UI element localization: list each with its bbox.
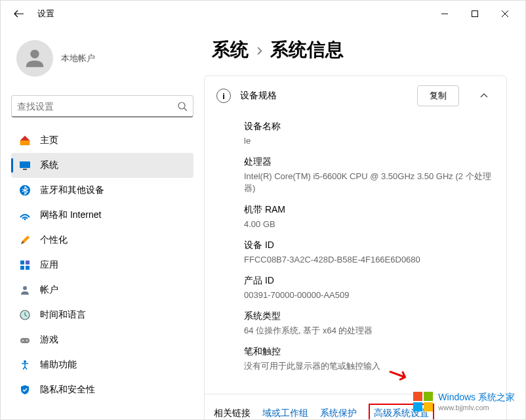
nav-list: 主页 系统 蓝牙和其他设备 网络和 Internet 个性化 xyxy=(11,128,193,402)
nav-label: 系统 xyxy=(40,159,58,171)
bluetooth-icon xyxy=(19,184,31,196)
nav-label: 蓝牙和其他设备 xyxy=(40,184,104,196)
nav-network[interactable]: 网络和 Internet xyxy=(11,203,193,228)
spec-row: 系统类型 64 位操作系统, 基于 x64 的处理器 xyxy=(244,310,495,337)
breadcrumb-current: 系统信息 xyxy=(270,37,344,62)
nav-games[interactable]: 游戏 xyxy=(11,327,193,352)
watermark: Windows 系统之家 www.bjjmlv.com xyxy=(413,392,515,411)
home-icon xyxy=(19,135,31,146)
spec-label: 机带 RAM xyxy=(244,204,495,216)
spec-row: 机带 RAM 4.00 GB xyxy=(244,204,495,230)
spec-value: FFCC08B7-3A2C-428D-B58E-4F166E6D0680 xyxy=(244,254,495,266)
nav-label: 游戏 xyxy=(40,334,58,346)
personalize-icon xyxy=(19,234,31,246)
account-type-label: 本地帐户 xyxy=(61,52,95,64)
spec-value: 64 位操作系统, 基于 x64 的处理器 xyxy=(244,325,495,337)
svg-rect-9 xyxy=(20,266,24,270)
svg-point-2 xyxy=(178,102,185,109)
minimize-button[interactable] xyxy=(430,3,460,24)
svg-rect-4 xyxy=(23,169,27,170)
spec-value: le xyxy=(244,135,495,147)
svg-rect-0 xyxy=(472,11,478,17)
spec-value: Intel(R) Core(TM) i5-6600K CPU @ 3.50GHz… xyxy=(244,171,495,194)
nav-label: 网络和 Internet xyxy=(40,209,101,221)
device-specs-card: i 设备规格 复制 设备名称 le 处理器 Intel(R) Core(T xyxy=(204,75,507,419)
svg-rect-7 xyxy=(20,261,24,264)
account-icon xyxy=(19,284,31,296)
maximize-button[interactable] xyxy=(460,3,490,24)
spec-row: 笔和触控 没有可用于此显示器的笔或触控输入 xyxy=(244,346,495,372)
spec-label: 处理器 xyxy=(244,156,495,168)
nav-label: 辅助功能 xyxy=(40,359,77,371)
svg-point-6 xyxy=(24,219,26,220)
network-icon xyxy=(19,209,31,221)
spec-label: 笔和触控 xyxy=(244,346,495,358)
search-box[interactable] xyxy=(11,95,193,117)
svg-point-15 xyxy=(22,340,24,341)
search-icon xyxy=(177,101,188,112)
copy-button[interactable]: 复制 xyxy=(417,85,459,106)
avatar-icon xyxy=(16,40,53,77)
accessibility-icon xyxy=(19,359,31,371)
nav-account[interactable]: 帐户 xyxy=(11,278,193,303)
svg-rect-3 xyxy=(20,161,30,168)
apps-icon xyxy=(19,259,31,271)
nav-home[interactable]: 主页 xyxy=(11,128,193,153)
svg-rect-8 xyxy=(26,261,30,264)
nav-label: 个性化 xyxy=(40,234,68,246)
breadcrumb: 系统 › 系统信息 xyxy=(204,37,507,62)
watermark-title: Windows 系统之家 xyxy=(438,392,515,404)
svg-point-16 xyxy=(26,340,28,341)
nav-accessibility[interactable]: 辅助功能 xyxy=(11,352,193,377)
close-button[interactable] xyxy=(490,3,520,24)
spec-label: 设备名称 xyxy=(244,121,495,133)
spec-value: 4.00 GB xyxy=(244,219,495,230)
spec-label: 设备 ID xyxy=(244,240,495,251)
svg-point-1 xyxy=(30,50,39,58)
card-title: 设备规格 xyxy=(240,90,408,102)
games-icon xyxy=(19,334,31,346)
back-button[interactable] xyxy=(6,1,32,27)
window-title: 设置 xyxy=(37,8,54,20)
search-input[interactable] xyxy=(17,101,177,112)
privacy-icon xyxy=(19,384,31,396)
nav-bluetooth[interactable]: 蓝牙和其他设备 xyxy=(11,178,193,203)
spec-row: 设备 ID FFCC08B7-3A2C-428D-B58E-4F166E6D06… xyxy=(244,240,495,266)
svg-rect-14 xyxy=(20,338,30,343)
nav-label: 应用 xyxy=(40,259,58,271)
spec-value: 没有可用于此显示器的笔或触控输入 xyxy=(244,360,495,372)
svg-rect-10 xyxy=(26,266,30,270)
spec-label: 系统类型 xyxy=(244,310,495,322)
nav-apps[interactable]: 应用 xyxy=(11,253,193,278)
nav-label: 隐私和安全性 xyxy=(40,384,95,396)
spec-row: 处理器 Intel(R) Core(TM) i5-6600K CPU @ 3.5… xyxy=(244,156,495,194)
user-profile[interactable]: 本地帐户 xyxy=(11,27,193,90)
svg-point-11 xyxy=(23,286,27,290)
nav-label: 主页 xyxy=(40,135,58,146)
nav-personalize[interactable]: 个性化 xyxy=(11,228,193,253)
system-icon xyxy=(19,159,31,171)
svg-point-13 xyxy=(20,310,30,320)
nav-system[interactable]: 系统 xyxy=(11,153,193,178)
spec-row: 产品 ID 00391-70000-00000-AA509 xyxy=(244,275,495,301)
nav-time[interactable]: 时间和语言 xyxy=(11,303,193,327)
spec-value: 00391-70000-00000-AA509 xyxy=(244,289,495,301)
windows-logo-icon xyxy=(413,392,433,411)
spec-label: 产品 ID xyxy=(244,275,495,287)
nav-label: 时间和语言 xyxy=(40,309,86,321)
chevron-up-icon xyxy=(479,91,489,100)
nav-label: 帐户 xyxy=(40,284,58,296)
link-domain[interactable]: 域或工作组 xyxy=(262,408,308,419)
link-system-protection[interactable]: 系统保护 xyxy=(320,408,357,419)
spec-row: 设备名称 le xyxy=(244,121,495,147)
breadcrumb-parent[interactable]: 系统 xyxy=(212,37,249,62)
nav-privacy[interactable]: 隐私和安全性 xyxy=(11,377,193,402)
spec-list: 设备名称 le 处理器 Intel(R) Core(TM) i5-6600K C… xyxy=(205,116,506,394)
breadcrumb-separator: › xyxy=(256,39,262,60)
time-icon xyxy=(19,309,31,321)
svg-point-17 xyxy=(24,360,26,363)
info-icon: i xyxy=(216,89,231,103)
collapse-button[interactable] xyxy=(474,85,495,106)
watermark-url: www.bjjmlv.com xyxy=(438,404,515,411)
related-label: 相关链接 xyxy=(214,408,251,419)
